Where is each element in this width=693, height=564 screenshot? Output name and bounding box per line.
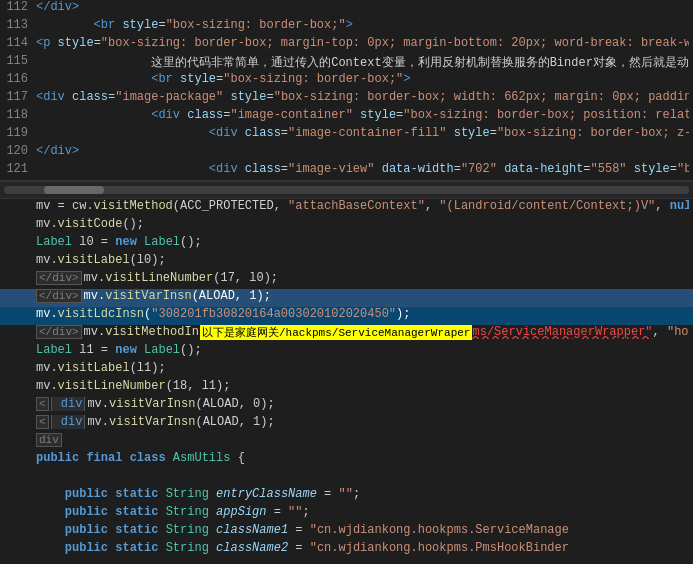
smali-line-12: < divmv.visitVarInsn(ALOAD, 0); [0, 397, 693, 415]
line-number: 117 [4, 90, 36, 104]
attr-value-span: "box-sizing: border-box; z-index: 90; pa… [497, 126, 689, 140]
tag-span: <div [36, 90, 65, 104]
java-line-field4: public static String className2 = "cn.wj… [0, 541, 693, 559]
line-content: </div>mv.visitLineNumber(17, l0); [36, 271, 689, 285]
line-content: mv = cw.visitMethod(ACC_PROTECTED, "atta… [36, 199, 689, 213]
attr-value-span: "image-container" [230, 108, 352, 122]
line-number: 115 [4, 54, 36, 68]
attr-span: data-height [504, 162, 583, 176]
smali-line-6: </div>mv.visitVarInsn(ALOAD, 1); [0, 289, 693, 307]
line-number: 116 [4, 72, 36, 86]
code-line-114: 114 <p style="box-sizing: border-box; ma… [0, 36, 693, 54]
attr-value-span: "box-sizing: border-box; position: relat… [403, 108, 689, 122]
attr-span: style [634, 162, 670, 176]
tag-span: <br [151, 72, 173, 86]
attr-span: style [180, 72, 216, 86]
horizontal-scrollbar[interactable] [0, 181, 693, 199]
xml-inline-tag: div [36, 433, 62, 447]
xml-inline-tag: </div> [36, 289, 82, 303]
line-number: 113 [4, 18, 36, 32]
code-line-116: 116 <br style="box-sizing: border-box;"> [0, 72, 693, 90]
line-content: public static String className2 = "cn.wj… [36, 541, 689, 555]
line-content: mv.visitLdcInsn("308201fb30820164a003020… [36, 307, 689, 321]
line-number: 112 [4, 0, 36, 14]
attr-value-span: "box-sizing: border-box; width: 662px; m… [274, 90, 689, 104]
smali-line-2: mv.visitCode(); [0, 217, 693, 235]
attr-span: class [187, 108, 223, 122]
attr-span: class [72, 90, 108, 104]
smali-line-14: div [0, 433, 693, 451]
attr-value-span: "image-container-fill" [288, 126, 446, 140]
smali-line-1: mv = cw.visitMethod(ACC_PROTECTED, "atta… [0, 199, 693, 217]
code-line-117: 117 <div class="image-package" style="bo… [0, 90, 693, 108]
line-content: <br style="box-sizing: border-box;"> [36, 18, 689, 32]
tooltip-overlay: 以下是家庭网关/hackpms/ServiceManagerWraper [200, 325, 472, 339]
xml-inline-tag: < [36, 415, 49, 429]
attr-value-span: "box-sizing: border-box; margin-top: 0px… [101, 36, 689, 50]
java-blank-2 [0, 559, 693, 564]
line-content: div [36, 433, 689, 447]
attr-value-span: "box-sizing: border-box; [677, 162, 689, 176]
attr-value-span: "image-view" [288, 162, 374, 176]
line-content: public static String appSign = ""; [36, 505, 689, 519]
smali-line-5: </div>mv.visitLineNumber(17, l0); [0, 271, 693, 289]
smali-line-13: < divmv.visitVarInsn(ALOAD, 1); [0, 415, 693, 433]
tag-span: <div [151, 108, 180, 122]
smali-line-8: </div>mv.visitMethodInsn(INVOKEVIRTUAL, … [0, 325, 693, 343]
line-content: </div> [36, 144, 689, 158]
line-content: </div> [36, 0, 689, 14]
line-content: mv.visitLineNumber(18, l1); [36, 379, 689, 393]
line-content: mv.visitLabel(l1); [36, 361, 689, 375]
tag-span: > [346, 18, 353, 32]
tag-span: > [403, 72, 410, 86]
line-content: public static String entryClassName = ""… [36, 487, 689, 501]
code-line-121: 121 <div class="image-view" data-width="… [0, 162, 693, 180]
tag-span: <div [209, 162, 238, 176]
attr-value-span: "box-sizing: border-box;" [223, 72, 403, 86]
attr-span: style [360, 108, 396, 122]
attr-span: data-width [382, 162, 454, 176]
scrollbar-track[interactable] [4, 186, 689, 194]
line-content: Label l0 = new Label(); [36, 235, 689, 249]
java-section: mv = cw.visitMethod(ACC_PROTECTED, "atta… [0, 199, 693, 564]
smali-line-11: mv.visitLineNumber(18, l1); [0, 379, 693, 397]
attr-value-span: "image-package" [115, 90, 223, 104]
xml-inline-tag: < [36, 397, 49, 411]
line-content: <br style="box-sizing: border-box;"> [36, 72, 689, 86]
java-line-field1: public static String entryClassName = ""… [0, 487, 693, 505]
smali-line-9: Label l1 = new Label(); [0, 343, 693, 361]
attr-value-span: "558" [591, 162, 627, 176]
smali-line-10: mv.visitLabel(l1); [0, 361, 693, 379]
scrollbar-thumb[interactable] [44, 186, 104, 194]
java-line-class: public final class AsmUtils { [0, 451, 693, 469]
line-content: < divmv.visitVarInsn(ALOAD, 0); [36, 397, 689, 411]
java-blank-1 [0, 469, 693, 487]
code-line-115: 115 这里的代码非常简单，通过传入的Context变量，利用反射机制替换服务的… [0, 54, 693, 72]
attr-span: style [58, 36, 94, 50]
line-content: <div class="image-package" style="box-si… [36, 90, 689, 104]
line-number: 121 [4, 162, 36, 176]
code-line-118: 118 <div class="image-container" style="… [0, 108, 693, 126]
tag-span: <br [94, 18, 116, 32]
line-number: 120 [4, 144, 36, 158]
attr-span: style [454, 126, 490, 140]
smali-line-3: Label l0 = new Label(); [0, 235, 693, 253]
attr-span: class [245, 162, 281, 176]
attr-span: class [245, 126, 281, 140]
line-content: public final class AsmUtils { [36, 451, 689, 465]
line-content: public static String className1 = "cn.wj… [36, 523, 689, 537]
line-content-chinese: 这里的代码非常简单，通过传入的Context变量，利用反射机制替换服务的Bind… [36, 54, 689, 71]
attr-value-span: "box-sizing: border-box;" [166, 18, 346, 32]
line-content: </div>mv.visitMethodInsn(INVOKEVIRTUAL, … [36, 325, 689, 339]
line-number: 114 [4, 36, 36, 50]
line-content: <div class="image-container-fill" style=… [36, 126, 689, 140]
editor-container: 112 </div> 113 <br style="box-sizing: bo… [0, 0, 693, 564]
line-content: Label l1 = new Label(); [36, 343, 689, 357]
line-number: 119 [4, 126, 36, 140]
code-line-112: 112 </div> [0, 0, 693, 18]
code-line-113: 113 <br style="box-sizing: border-box;"> [0, 18, 693, 36]
smali-line-4: mv.visitLabel(l0); [0, 253, 693, 271]
attr-value-span: "702" [461, 162, 497, 176]
line-content: <p style="box-sizing: border-box; margin… [36, 36, 689, 50]
attr-span: style [230, 90, 266, 104]
